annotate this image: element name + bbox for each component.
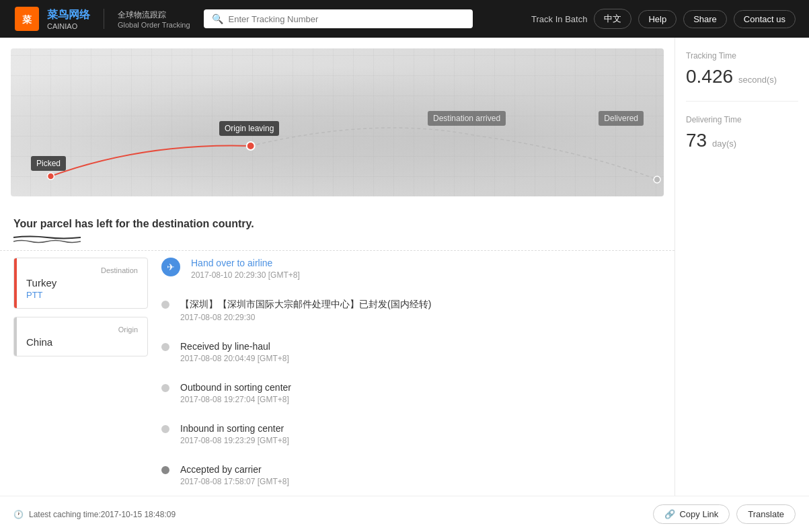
stage-picked: Picked xyxy=(31,156,66,171)
parcel-message: Your parcel has left for the destination… xyxy=(0,207,675,235)
subtitle-block: 全球物流跟踪 Global Order Tracking xyxy=(118,9,190,29)
timeline-time-3: 2017-08-08 19:27:04 [GMT+8] xyxy=(180,395,291,404)
content-row: Picked Origin leaving Destination arrive… xyxy=(0,38,809,512)
content-main: Picked Origin leaving Destination arrive… xyxy=(0,38,675,512)
timeline-title-4: Inbound in sorting center xyxy=(180,423,289,434)
origin-country: China xyxy=(26,336,138,348)
timeline-item: Received by line-haul 2017-08-08 20:04:4… xyxy=(161,341,661,363)
destination-card: Destination Turkey PTT xyxy=(13,258,148,309)
search-input[interactable] xyxy=(229,14,465,24)
timeline: ✈ Hand over to airline 2017-08-10 20:29:… xyxy=(161,258,661,505)
timeline-time-2: 2017-08-08 20:04:49 [GMT+8] xyxy=(180,354,289,363)
delivering-time-unit: day(s) xyxy=(712,139,736,149)
right-sidebar: Tracking Time 0.426 second(s) Delivering… xyxy=(675,38,809,512)
timeline-title-5: Accepted by carrier xyxy=(180,464,289,475)
timeline-time-1: 2017-08-08 20:29:30 xyxy=(180,313,431,322)
header-divider xyxy=(104,9,104,29)
delivering-time-block: Delivering Time 73 day(s) xyxy=(686,115,798,165)
search-bar[interactable]: 🔍 xyxy=(204,9,473,28)
svg-point-3 xyxy=(247,142,255,150)
tracking-time-unit: second(s) xyxy=(738,75,777,85)
destination-country: Turkey xyxy=(26,277,138,289)
timeline-time-4: 2017-08-08 19:23:29 [GMT+8] xyxy=(180,436,289,445)
footer: 🕐 Latest caching time:2017-10-15 18:48:0… xyxy=(0,496,809,532)
timeline-item: Inbound in sorting center 2017-08-08 19:… xyxy=(161,423,661,445)
link-icon: 🔗 xyxy=(664,509,675,519)
timeline-dot-1 xyxy=(161,301,169,309)
delivering-time-value: 73 xyxy=(686,130,707,151)
destination-carrier: PTT xyxy=(26,290,138,300)
map-area: Picked Origin leaving Destination arrive… xyxy=(11,48,664,196)
translate-button[interactable]: Translate xyxy=(736,504,796,524)
header: 菜 菜鸟网络 CAINIAO 全球物流跟踪 Global Order Track… xyxy=(0,0,809,38)
track-batch-link[interactable]: Track In Batch xyxy=(531,14,587,24)
cache-text: Latest caching time:2017-10-15 18:48:09 xyxy=(29,510,176,519)
svg-point-2 xyxy=(47,173,54,180)
logo-icon: 菜 xyxy=(13,5,40,32)
timeline-item: ✈ Hand over to airline 2017-08-10 20:29:… xyxy=(161,258,661,280)
delivering-time-value-row: 73 day(s) xyxy=(686,130,798,151)
copy-link-button[interactable]: 🔗 Copy Link xyxy=(653,504,730,524)
timeline-time-5: 2017-08-08 17:58:07 [GMT+8] xyxy=(180,477,289,486)
timeline-content-3: Outbound in sorting center 2017-08-08 19… xyxy=(180,382,291,404)
subtitle-en: Global Order Tracking xyxy=(118,21,190,29)
footer-left: 🕐 Latest caching time:2017-10-15 18:48:0… xyxy=(13,510,176,519)
airline-icon: ✈ xyxy=(161,258,180,276)
timeline-dot-3 xyxy=(161,384,169,392)
left-panel: Destination Turkey PTT Origin China xyxy=(13,258,148,505)
timeline-title-3: Outbound in sorting center xyxy=(180,382,291,393)
origin-label: Origin xyxy=(26,326,138,334)
timeline-title-0: Hand over to airline xyxy=(191,258,300,268)
search-icon: 🔍 xyxy=(212,13,223,24)
logo-area: 菜 菜鸟网络 CAINIAO xyxy=(13,5,90,32)
tracking-time-block: Tracking Time 0.426 second(s) xyxy=(686,51,798,102)
tracking-time-value-row: 0.426 second(s) xyxy=(686,66,798,87)
tracking-time-label: Tracking Time xyxy=(686,51,798,61)
timeline-title-2: Received by line-haul xyxy=(180,341,289,352)
timeline-title-1: 【深圳】【深圳市国际大宗邮件处理中心】已封发(国内经转) xyxy=(180,299,431,311)
route-svg xyxy=(11,48,664,196)
card-body-destination: Destination Turkey PTT xyxy=(17,258,147,308)
tracking-time-value: 0.426 xyxy=(686,66,733,87)
subtitle-cn: 全球物流跟踪 xyxy=(118,9,190,21)
language-button[interactable]: 中文 xyxy=(594,9,631,29)
timeline-content-1: 【深圳】【深圳市国际大宗邮件处理中心】已封发(国内经转) 2017-08-08 … xyxy=(180,299,431,322)
logo-english: CAINIAO xyxy=(47,22,90,30)
destination-label: Destination xyxy=(26,266,138,274)
stage-destination-arrived: Destination arrived xyxy=(428,111,506,126)
logo-chinese: 菜鸟网络 xyxy=(47,8,90,22)
timeline-item: Outbound in sorting center 2017-08-08 19… xyxy=(161,382,661,404)
timeline-time-0: 2017-08-10 20:29:30 [GMT+8] xyxy=(191,270,300,280)
timeline-item: 【深圳】【深圳市国际大宗邮件处理中心】已封发(国内经转) 2017-08-08 … xyxy=(161,299,661,322)
timeline-dot-5 xyxy=(161,466,169,474)
delivering-time-label: Delivering Time xyxy=(686,115,798,124)
card-body-origin: Origin China xyxy=(17,317,147,356)
timeline-content-4: Inbound in sorting center 2017-08-08 19:… xyxy=(180,423,289,445)
content-area: Destination Turkey PTT Origin China xyxy=(0,250,675,512)
svg-text:菜: 菜 xyxy=(22,14,32,25)
help-button[interactable]: Help xyxy=(638,10,677,28)
header-actions: Track In Batch 中文 Help Share Contact us xyxy=(531,9,796,29)
timeline-dot-2 xyxy=(161,343,169,351)
timeline-content-2: Received by line-haul 2017-08-08 20:04:4… xyxy=(180,341,289,363)
footer-right: 🔗 Copy Link Translate xyxy=(653,504,796,524)
share-button[interactable]: Share xyxy=(683,10,727,28)
timeline-content-5: Accepted by carrier 2017-08-08 17:58:07 … xyxy=(180,464,289,486)
timeline-item: Accepted by carrier 2017-08-08 17:58:07 … xyxy=(161,464,661,486)
timeline-dot-4 xyxy=(161,425,169,433)
stage-origin-leaving: Origin leaving xyxy=(219,121,279,136)
stage-delivered: Delivered xyxy=(599,111,644,126)
contact-button[interactable]: Contact us xyxy=(734,10,796,28)
svg-point-4 xyxy=(654,176,660,183)
page-wrapper: 菜 菜鸟网络 CAINIAO 全球物流跟踪 Global Order Track… xyxy=(0,0,809,532)
underline-decoration xyxy=(13,235,81,239)
logo-text: 菜鸟网络 CAINIAO xyxy=(47,8,90,30)
clock-icon: 🕐 xyxy=(13,510,24,519)
timeline-content-0: Hand over to airline 2017-08-10 20:29:30… xyxy=(191,258,300,280)
origin-card: Origin China xyxy=(13,317,148,356)
